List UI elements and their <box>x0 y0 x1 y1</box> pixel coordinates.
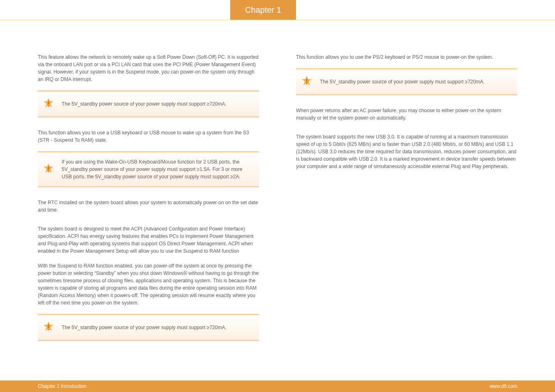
body-text: The RTC installed on the system board al… <box>38 199 259 214</box>
body-text: This function allows you to use a USB ke… <box>38 129 259 144</box>
body-text: When power returns after an AC power fai… <box>296 107 517 122</box>
page-footer: Chapter 1 Introduction www.dfi.com <box>0 380 555 392</box>
warning-icon <box>42 163 55 176</box>
left-column: This feature allows the network to remot… <box>38 53 259 353</box>
header-divider <box>0 20 555 20</box>
important-text: The 5V_standby power source of your powe… <box>62 100 227 108</box>
important-note: The 5V_standby power source of your powe… <box>296 68 517 95</box>
body-text: With the Suspend to RAM function enabled… <box>38 262 259 307</box>
body-text: This function allows you to use the PS/2… <box>296 53 517 61</box>
body-text: This feature allows the network to remot… <box>38 53 259 83</box>
warning-icon <box>300 75 313 88</box>
important-text: If you are using the Wake-On-USB Keyboar… <box>62 158 253 180</box>
chapter-tab: Chapter 1 <box>230 0 296 20</box>
important-note: The 5V_standby power source of your powe… <box>38 314 259 341</box>
important-note: If you are using the Wake-On-USB Keyboar… <box>38 151 259 187</box>
important-text: The 5V_standby power source of your powe… <box>62 324 227 331</box>
important-note: The 5V_standby power source of your powe… <box>38 90 259 118</box>
right-column: This function allows you to use the PS/2… <box>296 53 517 353</box>
important-text: The 5V_standby power source of your powe… <box>320 78 485 85</box>
body-text: The system board is designed to meet the… <box>38 225 259 255</box>
body-text: The system board supports the new USB 3.… <box>296 133 517 170</box>
page-content: This feature allows the network to remot… <box>38 53 517 353</box>
footer-right-text: www.dfi.com <box>490 383 517 389</box>
footer-left-text: Chapter 1 Introduction <box>38 383 87 389</box>
warning-icon <box>42 97 55 111</box>
warning-icon <box>42 321 55 334</box>
